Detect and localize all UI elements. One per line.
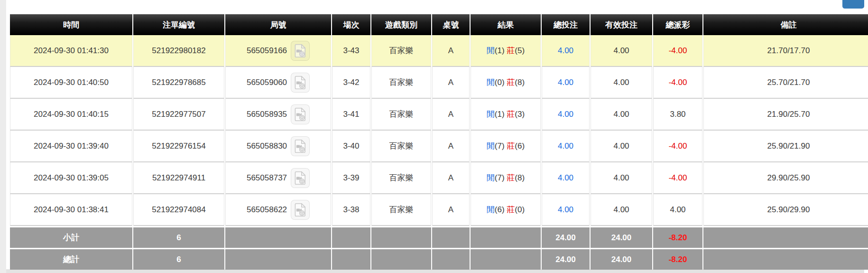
cell-total-bet[interactable]: 4.00 — [542, 35, 590, 67]
cell-session: 3-39 — [332, 162, 370, 194]
grand-total-total-payout: -8.20 — [653, 248, 702, 270]
video-file-icon — [294, 44, 306, 58]
column-header-bet-id: 注單編號 — [133, 14, 224, 35]
video-replay-button[interactable] — [291, 73, 310, 93]
cell-table-no: A — [432, 162, 470, 194]
round-number: 565058935 — [247, 110, 287, 119]
page-bottom-gutter — [6, 269, 864, 273]
banker-score: (0) — [515, 205, 525, 214]
video-replay-button[interactable] — [291, 104, 310, 124]
subtotal-total-payout: -8.20 — [653, 226, 702, 248]
cell-time: 2024-09-30 01:40:15 — [10, 99, 132, 131]
column-header-game-type: 遊戲類別 — [371, 14, 431, 35]
cell-total-payout: -4.00 — [653, 67, 702, 99]
video-file-icon — [294, 139, 306, 153]
column-header-remark: 備註 — [703, 14, 868, 35]
cell-total-payout: -4.00 — [653, 131, 702, 162]
cell-total-bet[interactable]: 4.00 — [542, 131, 590, 162]
player-score: (7) — [495, 173, 505, 182]
cell-valid-bet: 4.00 — [591, 162, 652, 194]
cell-time: 2024-09-30 01:40:50 — [10, 67, 132, 99]
cell-result: 閒(1) 莊(3) — [471, 99, 541, 131]
cell-remark: 21.70/17.70 — [703, 35, 868, 67]
grand-total-empty-cell — [432, 248, 470, 270]
cell-session: 3-43 — [332, 35, 370, 67]
cell-table-no: A — [432, 99, 470, 131]
player-label: 閒 — [487, 110, 495, 119]
subtotal-empty-cell — [703, 226, 868, 248]
cell-result: 閒(7) 莊(6) — [471, 131, 541, 162]
cell-total-payout: 4.00 — [653, 194, 702, 226]
column-header-session: 場次 — [332, 14, 370, 35]
cell-remark: 29.90/25.90 — [703, 162, 868, 194]
cell-session: 3-38 — [332, 194, 370, 226]
cell-table-no: A — [432, 67, 470, 99]
banker-score: (6) — [515, 141, 525, 151]
cell-total-payout: -4.00 — [653, 35, 702, 67]
banker-label: 莊 — [507, 205, 515, 214]
cell-round-id: 565058737 — [225, 162, 331, 194]
banker-score: (5) — [515, 46, 525, 55]
subtotal-empty-cell — [471, 226, 541, 248]
column-header-total-payout: 總派彩 — [653, 14, 702, 35]
cell-time: 2024-09-30 01:39:05 — [10, 162, 132, 194]
column-header-round-id: 局號 — [225, 14, 331, 35]
cell-total-bet[interactable]: 4.00 — [542, 194, 590, 226]
player-label: 閒 — [487, 78, 495, 87]
cell-session: 3-40 — [332, 131, 370, 162]
video-replay-button[interactable] — [291, 41, 310, 61]
table-row: 2024-09-30 01:39:05 521922974911 5650587… — [10, 162, 868, 194]
subtotal-empty-cell — [225, 226, 331, 248]
banker-label: 莊 — [507, 141, 515, 151]
cell-total-bet[interactable]: 4.00 — [542, 162, 590, 194]
player-score: (6) — [495, 205, 505, 214]
banker-score: (8) — [515, 78, 525, 87]
player-label: 閒 — [487, 205, 495, 214]
grand-total-row: 總計 6 24.00 24.00 -8.20 — [10, 248, 868, 270]
table-row: 2024-09-30 01:40:15 521922977507 5650589… — [10, 99, 868, 131]
subtotal-empty-cell — [332, 226, 370, 248]
subtotal-total-bet: 24.00 — [542, 226, 590, 248]
cell-bet-id: 521922978685 — [133, 67, 224, 99]
grand-total-empty-cell — [471, 248, 541, 270]
cell-valid-bet: 4.00 — [591, 35, 652, 67]
subtotal-label: 小計 — [10, 226, 132, 248]
header-row: 時間 注單編號 局號 場次 遊戲類別 桌號 結果 總投注 有效投注 總派彩 備註 — [10, 14, 868, 35]
scroll-to-top-button[interactable] — [842, 0, 864, 9]
player-label: 閒 — [487, 46, 495, 55]
grand-total-empty-cell — [371, 248, 431, 270]
video-replay-button[interactable] — [291, 168, 310, 188]
cell-result: 閒(6) 莊(0) — [471, 194, 541, 226]
grand-total-valid-bet: 24.00 — [591, 248, 652, 270]
grand-total-empty-cell — [332, 248, 370, 270]
cell-session: 3-42 — [332, 67, 370, 99]
cell-table-no: A — [432, 35, 470, 67]
cell-bet-id: 521922980182 — [133, 35, 224, 67]
cell-result: 閒(7) 莊(8) — [471, 162, 541, 194]
player-score: (7) — [495, 141, 505, 151]
cell-session: 3-41 — [332, 99, 370, 131]
cell-valid-bet: 4.00 — [591, 131, 652, 162]
cell-total-bet[interactable]: 4.00 — [542, 67, 590, 99]
column-header-time: 時間 — [10, 14, 132, 35]
cell-result: 閒(1) 莊(5) — [471, 35, 541, 67]
cell-valid-bet: 4.00 — [591, 67, 652, 99]
cell-total-bet[interactable]: 4.00 — [542, 99, 590, 131]
grand-total-total-bet: 24.00 — [542, 248, 590, 270]
table-row: 2024-09-30 01:40:50 521922978685 5650590… — [10, 67, 868, 99]
cell-remark: 25.90/21.90 — [703, 131, 868, 162]
video-file-icon — [294, 203, 306, 217]
grand-total-empty-cell — [703, 248, 868, 270]
player-score: (1) — [495, 110, 505, 119]
video-replay-button[interactable] — [291, 200, 310, 220]
cell-remark: 21.90/25.70 — [703, 99, 868, 131]
video-replay-button[interactable] — [291, 136, 310, 156]
cell-table-no: A — [432, 194, 470, 226]
round-number: 565058622 — [247, 205, 287, 214]
table-row: 2024-09-30 01:39:40 521922976154 5650588… — [10, 131, 868, 162]
cell-valid-bet: 4.00 — [591, 99, 652, 131]
bet-history-table: 時間 注單編號 局號 場次 遊戲類別 桌號 結果 總投注 有效投注 總派彩 備註… — [9, 14, 868, 270]
cell-table-no: A — [432, 131, 470, 162]
subtotal-empty-cell — [371, 226, 431, 248]
cell-game-type: 百家樂 — [371, 67, 431, 99]
